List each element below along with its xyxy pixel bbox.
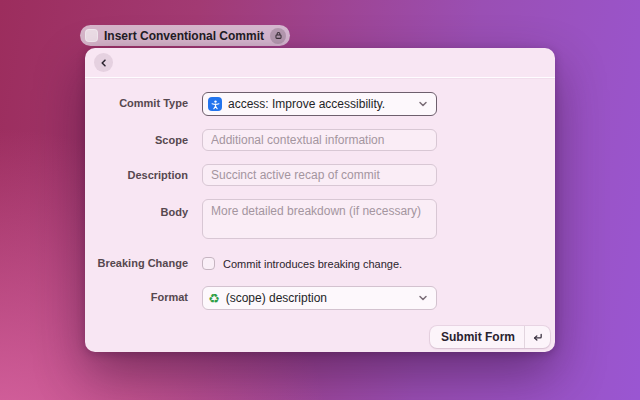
lock-icon [270,28,286,44]
commit-type-value: access: Improve accessibility. [228,97,412,111]
submit-form-button[interactable]: Submit Form [430,326,550,348]
chevron-down-icon [418,99,428,109]
recycle-icon: ♻ [208,292,220,305]
accessibility-icon [208,97,222,111]
format-label: Format [85,286,188,309]
extension-icon [85,29,98,42]
scope-row: Scope [85,129,555,151]
format-row: Format ♻ (scope) description [85,286,555,310]
window-header [85,48,555,78]
desktop-background: Insert Conventional Commit Commit Type [0,0,640,400]
breaking-change-label: Breaking Change [85,252,188,275]
body-label: Body [85,199,188,225]
commit-type-label: Commit Type [85,92,188,115]
breaking-change-checkbox[interactable] [202,257,215,270]
description-label: Description [85,164,188,186]
commit-form: Commit Type access: Improve accessibilit… [85,78,555,310]
breaking-change-text[interactable]: Commit introduces breaking change. [223,258,402,270]
command-pill[interactable]: Insert Conventional Commit [80,25,290,46]
chevron-left-icon [99,58,109,68]
description-row: Description [85,164,555,186]
scope-label: Scope [85,129,188,151]
format-value: (scope) description [226,291,412,305]
command-title: Insert Conventional Commit [104,29,264,43]
body-row: Body [85,199,555,239]
breaking-change-row: Breaking Change Commit introduces breaki… [85,252,555,275]
description-input[interactable] [202,164,437,186]
body-textarea[interactable] [202,199,437,239]
chevron-down-icon [418,293,428,303]
commit-type-row: Commit Type access: Improve accessibilit… [85,92,555,116]
return-key-icon [524,326,550,348]
scope-input[interactable] [202,129,437,151]
form-window: Commit Type access: Improve accessibilit… [85,48,555,352]
submit-form-label: Submit Form [441,330,524,344]
back-button[interactable] [94,53,113,72]
format-dropdown[interactable]: ♻ (scope) description [202,286,437,310]
commit-type-dropdown[interactable]: access: Improve accessibility. [202,92,437,116]
